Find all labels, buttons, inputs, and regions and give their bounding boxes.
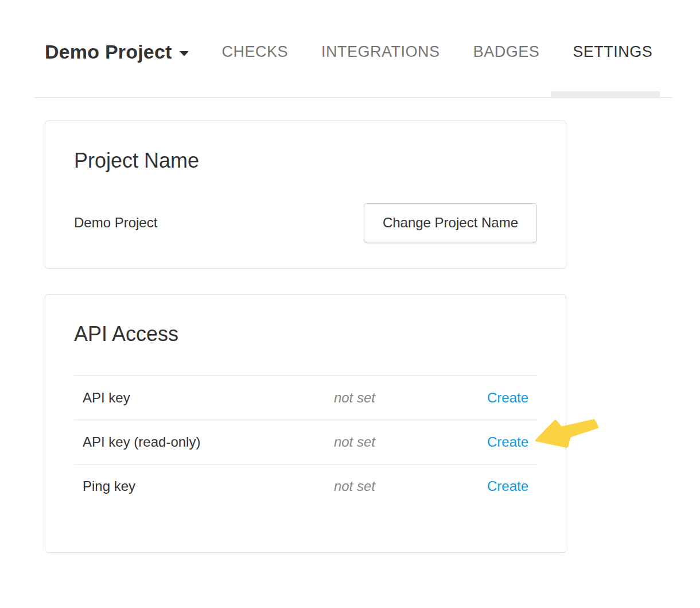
ping-key-label: Ping key	[74, 464, 333, 509]
project-name-row: Demo Project Change Project Name	[74, 203, 537, 242]
tab-checks[interactable]: CHECKS	[222, 43, 289, 61]
top-navigation: Demo Project CHECKS INTEGRATIONS BADGES …	[45, 37, 652, 67]
project-switcher-dropdown[interactable]: Demo Project	[45, 41, 189, 63]
create-api-key-read-only-link[interactable]: Create	[487, 434, 528, 450]
project-name-card-title: Project Name	[74, 149, 537, 172]
create-ping-key-link[interactable]: Create	[487, 478, 528, 494]
nav-divider	[34, 97, 672, 98]
tab-integrations[interactable]: INTEGRATIONS	[321, 43, 440, 61]
api-key-label: API key	[74, 376, 333, 420]
api-keys-table: API key not set Create API key (read-onl…	[74, 375, 537, 508]
table-row-ping-key: Ping key not set Create	[74, 464, 537, 509]
tab-badges[interactable]: BADGES	[473, 43, 540, 61]
api-key-status: not set	[333, 376, 472, 420]
project-name-card: Project Name Demo Project Change Project…	[45, 121, 566, 269]
current-project-name: Demo Project	[74, 215, 157, 231]
api-access-card-title: API Access	[74, 322, 537, 346]
caret-down-icon	[180, 51, 189, 56]
api-key-read-only-status: not set	[333, 420, 472, 464]
ping-key-status: not set	[333, 464, 472, 509]
table-row-api-key: API key not set Create	[74, 376, 537, 420]
tab-settings[interactable]: SETTINGS	[573, 43, 652, 61]
create-api-key-link[interactable]: Create	[487, 390, 528, 405]
api-access-card: API Access API key not set Create API ke…	[45, 294, 566, 553]
api-key-read-only-label: API key (read-only)	[74, 420, 333, 464]
table-row-api-key-read-only: API key (read-only) not set Create	[74, 420, 537, 464]
change-project-name-button[interactable]: Change Project Name	[364, 203, 537, 242]
project-title: Demo Project	[45, 41, 172, 63]
